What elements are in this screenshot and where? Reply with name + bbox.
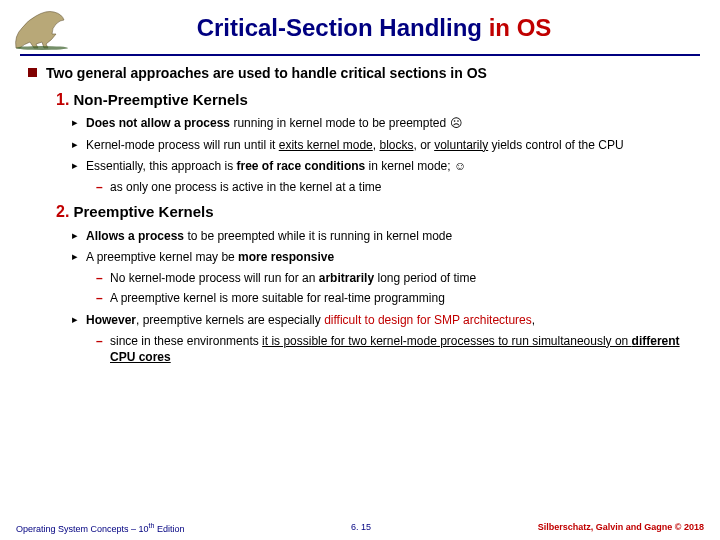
heading-2: Preemptive Kernels <box>74 203 214 220</box>
fl-b: Edition <box>154 524 184 534</box>
s1b2d: yields control of the CPU <box>488 138 623 152</box>
s2b3e: , <box>532 313 535 327</box>
footer-right: Silberschatz, Galvin and Gagne © 2018 <box>538 522 704 534</box>
s2b2b: more responsive <box>238 250 334 264</box>
s1b3b: free of race conditions <box>237 159 366 173</box>
s2-dash-3: since in these environments it is possib… <box>96 333 702 365</box>
num-2: 2. <box>56 203 69 220</box>
svg-point-0 <box>16 46 68 50</box>
title-accent: in OS <box>489 14 552 41</box>
intro-line: Two general approaches are used to handl… <box>28 64 702 83</box>
section-1-heading: 1. Non-Preemptive Kernels <box>56 89 702 111</box>
s2-bullet-3: However, preemptive kernels are especial… <box>72 312 702 328</box>
s1b2u3: voluntarily <box>434 138 488 152</box>
s2d1c: long period of time <box>374 271 476 285</box>
s2-dash-1: No kernel-mode process will run for an a… <box>96 270 702 286</box>
s1d1: as only one process is active in the ker… <box>110 180 381 194</box>
heading-1: Non-Preemptive Kernels <box>74 91 248 108</box>
title-rule <box>20 54 700 56</box>
s2d3a: since in these environments <box>110 334 262 348</box>
fl-a: Operating System Concepts – 10 <box>16 524 149 534</box>
section-2-heading: 2. Preemptive Kernels <box>56 201 702 223</box>
s1b3a: Essentially, this approach is <box>86 159 237 173</box>
s1b1-bold: Does not allow a process <box>86 116 230 130</box>
s1b2u1: exits kernel mode <box>279 138 373 152</box>
s2b3a: , preemptive kernels are especially <box>136 313 324 327</box>
s2d1a: No kernel-mode process will run for an <box>110 271 319 285</box>
title-main: Critical-Section Handling <box>197 14 489 41</box>
intro-text: Two general approaches are used to handl… <box>46 65 487 81</box>
dinosaur-logo <box>8 4 88 52</box>
s1-dash-1: as only one process is active in the ker… <box>96 179 702 195</box>
s2d3ut: it is possible for two kernel-mode proce… <box>262 334 632 348</box>
s2-bullet-2: A preemptive kernel may be more responsi… <box>72 249 702 265</box>
s1b2u2: blocks <box>379 138 413 152</box>
s2b1r: to be preempted while it is running in k… <box>184 229 452 243</box>
s2b3r: difficult to design for SMP architecture… <box>324 313 532 327</box>
footer-left: Operating System Concepts – 10th Edition <box>16 522 184 534</box>
s2-dash-2: A preemptive kernel is more suitable for… <box>96 290 702 306</box>
header: Critical-Section Handling in OS <box>0 0 720 52</box>
s2-bullet-1: Allows a process to be preempted while i… <box>72 228 702 244</box>
s1b3c: in kernel mode; ☺ <box>365 159 466 173</box>
s2d2: A preemptive kernel is more suitable for… <box>110 291 445 305</box>
s1b2c: , or <box>413 138 434 152</box>
footer-center: 6. 15 <box>351 522 371 534</box>
s1b1-rest: running in kernel mode to be preempted ☹ <box>230 116 462 130</box>
s1-bullet-2: Kernel-mode process will run until it ex… <box>72 137 702 153</box>
num-1: 1. <box>56 91 69 108</box>
body: Two general approaches are used to handl… <box>0 64 720 365</box>
slide-title: Critical-Section Handling in OS <box>88 14 700 42</box>
s1-bullet-1: Does not allow a process running in kern… <box>72 115 702 131</box>
s2b3b: However <box>86 313 136 327</box>
s1b2a: Kernel-mode process will run until it <box>86 138 279 152</box>
s1-bullet-3: Essentially, this approach is free of ra… <box>72 158 702 174</box>
slide: Critical-Section Handling in OS Two gene… <box>0 0 720 540</box>
s2b2a: A preemptive kernel may be <box>86 250 238 264</box>
s2b1b: Allows a process <box>86 229 184 243</box>
s2d1b: arbitrarily <box>319 271 374 285</box>
footer: Operating System Concepts – 10th Edition… <box>0 522 720 534</box>
square-bullet-icon <box>28 68 37 77</box>
